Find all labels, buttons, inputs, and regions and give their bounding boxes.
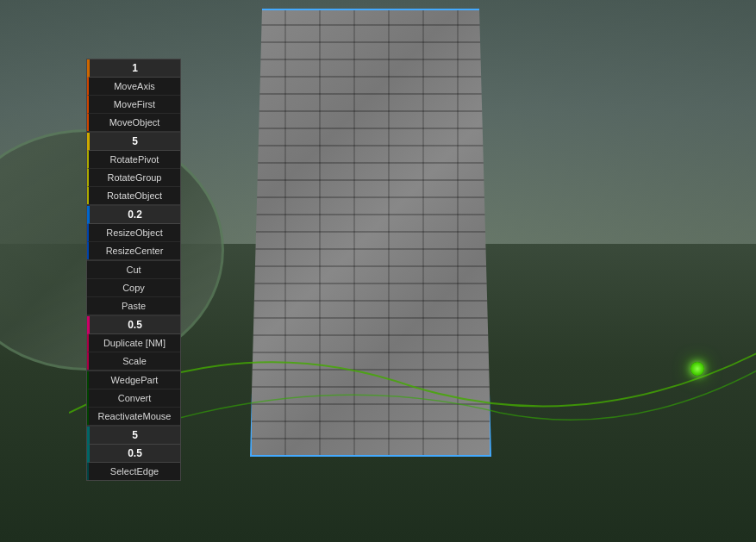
rotate-group-button[interactable]: RotateGroup [87, 169, 180, 187]
rotate-object-button[interactable]: RotateObject [87, 187, 180, 204]
duplicate-section-header: 0.5 [87, 316, 180, 334]
context-menu-panel: 1 MoveAxis MoveFirst MoveObject 5 Rotate… [86, 59, 181, 481]
resize-section-header: 0.2 [87, 206, 180, 224]
clipboard-section: Cut Copy Paste [87, 261, 180, 316]
select-edge-button[interactable]: SelectEdge [87, 463, 180, 480]
copy-button[interactable]: Copy [87, 279, 180, 297]
convert-button[interactable]: Convert [87, 389, 180, 408]
part-section: WedgePart Convert ReactivateMouse [87, 371, 180, 427]
select-section: 5 0.5 SelectEdge [87, 427, 180, 480]
move-section-header: 1 [87, 59, 180, 78]
resize-section: 0.2 ResizeObject ResizeCenter [87, 206, 180, 261]
move-section: 1 MoveAxis MoveFirst MoveObject [87, 59, 180, 133]
select-section-header-2: 0.5 [87, 445, 180, 463]
scale-button[interactable]: Scale [87, 352, 180, 370]
move-first-button[interactable]: MoveFirst [87, 96, 180, 114]
resize-center-button[interactable]: ResizeCenter [87, 242, 180, 259]
reactivate-mouse-button[interactable]: ReactivateMouse [87, 408, 180, 425]
cut-button[interactable]: Cut [87, 261, 180, 279]
rotate-section-header: 5 [87, 133, 180, 151]
rotate-pivot-button[interactable]: RotatePivot [87, 151, 180, 169]
resize-object-button[interactable]: ResizeObject [87, 224, 180, 242]
select-section-header-1: 5 [87, 427, 180, 445]
move-axis-button[interactable]: MoveAxis [87, 78, 180, 96]
rotate-section: 5 RotatePivot RotateGroup RotateObject [87, 133, 180, 206]
duplicate-nm-button[interactable]: Duplicate [NM] [87, 334, 180, 352]
duplicate-section: 0.5 Duplicate [NM] Scale [87, 316, 180, 371]
wedge-part-button[interactable]: WedgePart [87, 371, 180, 389]
move-object-button[interactable]: MoveObject [87, 114, 180, 131]
paste-button[interactable]: Paste [87, 297, 180, 315]
green-indicator-dot [690, 362, 704, 376]
